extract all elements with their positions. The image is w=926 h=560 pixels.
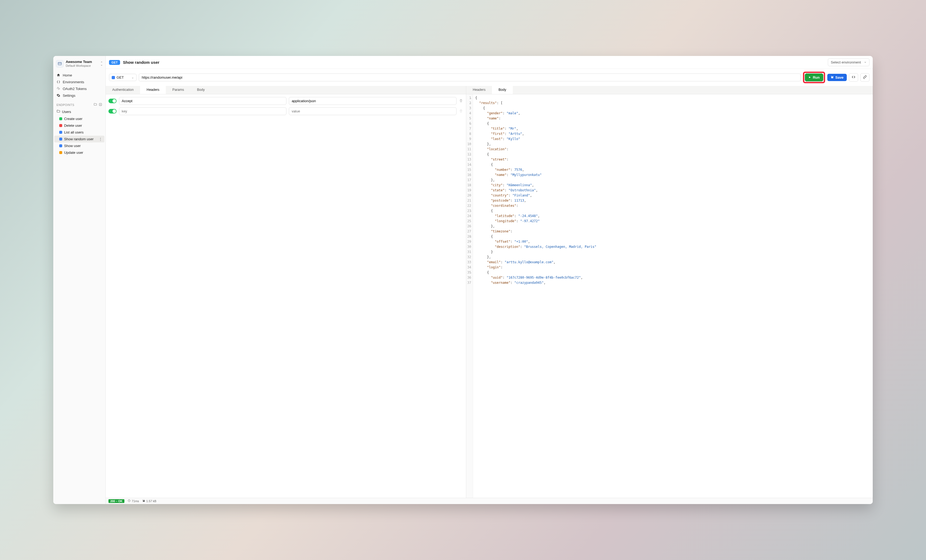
folder-users-label: Users bbox=[62, 110, 71, 114]
method-select[interactable]: GET ⌄ bbox=[109, 74, 136, 81]
method-dot-delete-icon bbox=[59, 124, 62, 127]
status-bar: 200 – OK 71ms 1.57 kB bbox=[106, 498, 873, 504]
workspace-name: Default Workspace bbox=[66, 64, 98, 68]
method-badge: GET bbox=[109, 60, 120, 65]
clock-icon bbox=[128, 499, 131, 503]
method-dot-post-icon bbox=[59, 117, 62, 120]
environment-select[interactable]: Select environment bbox=[828, 58, 870, 66]
nav-home[interactable]: Home bbox=[53, 72, 106, 78]
headers-editor bbox=[106, 94, 466, 120]
response-viewer[interactable]: 1⌄2⌄3456⌄789101112⌄1314⌄1516171819202122… bbox=[466, 94, 873, 498]
nav-oauth-label: OAuth2 Tokens bbox=[63, 87, 87, 91]
endpoint-label: Create user bbox=[64, 117, 82, 121]
method-dot-get-icon bbox=[112, 76, 115, 79]
svg-rect-0 bbox=[58, 62, 61, 65]
run-button[interactable]: Run bbox=[805, 74, 823, 82]
new-folder-icon[interactable] bbox=[94, 103, 97, 107]
header-value-input[interactable] bbox=[289, 107, 457, 115]
fingerprint-icon bbox=[56, 87, 61, 91]
tab-response-headers[interactable]: Headers bbox=[466, 86, 492, 94]
tab-body[interactable]: Body bbox=[191, 86, 211, 94]
response-size: 1.57 kB bbox=[146, 500, 156, 503]
header-row-empty bbox=[109, 107, 463, 115]
endpoint-label: Show user bbox=[64, 144, 80, 148]
topbar: GET Show random user Select environment bbox=[106, 56, 873, 69]
request-pane: Authentication Headers Params Body bbox=[106, 86, 466, 498]
tab-params[interactable]: Params bbox=[166, 86, 191, 94]
team-switcher[interactable]: Awesome Team Default Workspace ⌃⌄ bbox=[53, 59, 106, 71]
method-dot-get-icon bbox=[59, 131, 62, 134]
endpoint-label: Show random user bbox=[64, 137, 94, 141]
response-pane: Headers Body 1⌄2⌄3456⌄789101112⌄1314⌄151… bbox=[466, 86, 873, 498]
main: GET Show random user Select environment … bbox=[106, 56, 873, 504]
endpoint-create-user[interactable]: Create user bbox=[53, 115, 106, 122]
nav-home-label: Home bbox=[63, 73, 72, 77]
request-bar: GET ⌄ Run Save bbox=[106, 69, 873, 86]
app-window: Awesome Team Default Workspace ⌃⌄ Home E… bbox=[53, 56, 873, 504]
nav-oauth[interactable]: OAuth2 Tokens bbox=[53, 85, 106, 92]
save-icon bbox=[831, 75, 834, 80]
run-label: Run bbox=[813, 75, 819, 80]
header-key-input[interactable] bbox=[119, 97, 287, 105]
header-key-input[interactable] bbox=[119, 107, 287, 115]
team-avatar-icon bbox=[56, 60, 64, 68]
download-icon bbox=[142, 499, 145, 503]
save-label: Save bbox=[835, 75, 844, 80]
environments-icon bbox=[56, 80, 61, 84]
method-dot-get-icon bbox=[59, 144, 62, 147]
nav-settings-label: Settings bbox=[63, 94, 76, 98]
method-dot-put-icon bbox=[59, 151, 62, 154]
team-name: Awesome Team bbox=[66, 60, 98, 64]
response-time: 71ms bbox=[132, 500, 139, 503]
folder-icon bbox=[56, 109, 60, 114]
endpoint-title: Show random user bbox=[123, 60, 159, 65]
header-toggle[interactable] bbox=[109, 99, 117, 103]
code-button[interactable] bbox=[849, 73, 858, 82]
endpoint-show-user[interactable]: Show user bbox=[53, 142, 106, 149]
nav-environments[interactable]: Environments bbox=[53, 78, 106, 85]
play-icon bbox=[808, 75, 811, 80]
header-row bbox=[109, 97, 463, 105]
gear-icon bbox=[56, 94, 61, 97]
run-highlight-box: Run bbox=[803, 72, 825, 83]
endpoint-update-user[interactable]: Update user bbox=[53, 149, 106, 156]
nav-environments-label: Environments bbox=[63, 80, 84, 84]
header-toggle[interactable] bbox=[109, 109, 117, 113]
home-icon bbox=[56, 73, 61, 77]
link-icon bbox=[863, 75, 867, 80]
trash-icon[interactable] bbox=[459, 99, 463, 103]
endpoint-label: List all users bbox=[64, 130, 83, 134]
save-button[interactable]: Save bbox=[827, 74, 847, 81]
endpoint-label: Update user bbox=[64, 151, 83, 155]
code-icon bbox=[852, 75, 855, 80]
chevron-up-down-icon[interactable]: ⌃⌄ bbox=[100, 62, 103, 65]
trash-icon[interactable] bbox=[459, 109, 463, 113]
status-code-badge: 200 – OK bbox=[109, 499, 124, 503]
folder-users[interactable]: Users bbox=[53, 108, 106, 115]
sidebar: Awesome Team Default Workspace ⌃⌄ Home E… bbox=[53, 56, 106, 504]
endpoint-list-users[interactable]: List all users bbox=[53, 129, 106, 136]
endpoint-label: Delete user bbox=[64, 124, 82, 128]
tab-response-body[interactable]: Body bbox=[492, 86, 513, 94]
tab-headers[interactable]: Headers bbox=[140, 86, 166, 94]
link-button[interactable] bbox=[860, 73, 870, 82]
nav-settings[interactable]: Settings bbox=[53, 92, 106, 99]
tab-authentication[interactable]: Authentication bbox=[106, 86, 140, 94]
more-icon[interactable]: ⋮ bbox=[99, 137, 102, 141]
endpoint-delete-user[interactable]: Delete user bbox=[53, 122, 106, 129]
header-value-input[interactable] bbox=[289, 97, 457, 105]
method-select-label: GET bbox=[117, 75, 124, 80]
method-dot-get-icon bbox=[59, 137, 62, 140]
chevron-down-icon: ⌄ bbox=[132, 75, 134, 79]
url-input[interactable] bbox=[139, 74, 801, 82]
new-endpoint-icon[interactable] bbox=[99, 103, 102, 107]
request-tabs: Authentication Headers Params Body bbox=[106, 86, 466, 94]
endpoints-section-label: ENDPOINTS bbox=[56, 103, 74, 107]
response-tabs: Headers Body bbox=[466, 86, 873, 94]
endpoint-show-random-user[interactable]: Show random user ⋮ bbox=[54, 136, 104, 142]
